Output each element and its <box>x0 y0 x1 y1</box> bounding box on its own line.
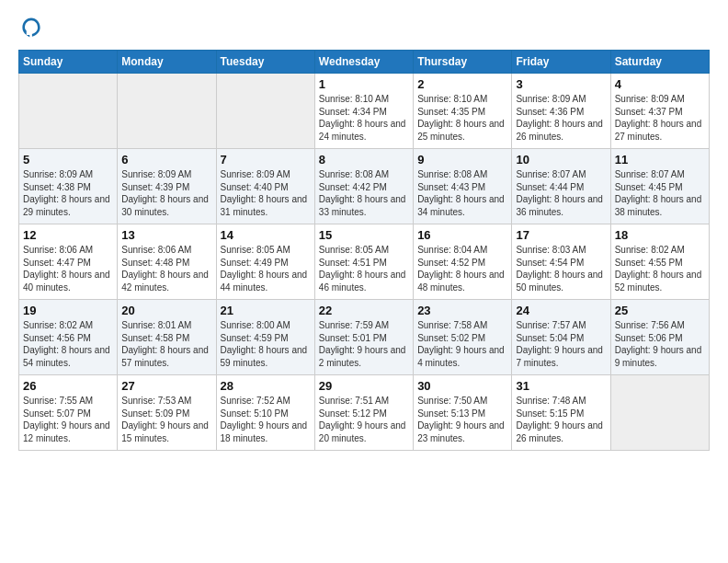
day-info: Sunrise: 8:03 AMSunset: 4:54 PMDaylight:… <box>516 244 606 293</box>
logo <box>18 15 48 40</box>
day-info: Sunrise: 8:04 AMSunset: 4:52 PMDaylight:… <box>417 244 507 293</box>
header <box>18 15 710 40</box>
day-cell: 21Sunrise: 8:00 AMSunset: 4:59 PMDayligh… <box>216 300 314 375</box>
day-info: Sunrise: 8:09 AMSunset: 4:36 PMDaylight:… <box>516 93 606 143</box>
day-number: 8 <box>319 153 409 167</box>
day-info: Sunrise: 8:07 AMSunset: 4:45 PMDaylight:… <box>615 168 705 218</box>
day-cell <box>19 74 118 149</box>
day-info: Sunrise: 8:07 AMSunset: 4:44 PMDaylight:… <box>516 168 606 218</box>
day-number: 9 <box>417 153 507 167</box>
week-row-5: 26Sunrise: 7:55 AMSunset: 5:07 PMDayligh… <box>19 375 710 451</box>
day-number: 14 <box>221 228 311 242</box>
weekday-header-monday: Monday <box>118 51 216 74</box>
day-number: 17 <box>516 228 606 242</box>
day-info: Sunrise: 8:05 AMSunset: 4:51 PMDaylight:… <box>319 244 409 293</box>
day-info: Sunrise: 8:10 AMSunset: 4:34 PMDaylight:… <box>319 93 409 143</box>
day-cell: 11Sunrise: 8:07 AMSunset: 4:45 PMDayligh… <box>610 149 709 224</box>
weekday-header-thursday: Thursday <box>414 51 512 74</box>
day-number: 18 <box>615 228 705 242</box>
week-row-4: 19Sunrise: 8:02 AMSunset: 4:56 PMDayligh… <box>19 300 710 375</box>
day-cell: 25Sunrise: 7:56 AMSunset: 5:06 PMDayligh… <box>610 300 709 375</box>
day-info: Sunrise: 8:00 AMSunset: 4:59 PMDaylight:… <box>221 319 311 369</box>
day-cell <box>118 74 216 149</box>
day-cell: 6Sunrise: 8:09 AMSunset: 4:39 PMDaylight… <box>118 149 216 224</box>
day-number: 28 <box>221 379 311 393</box>
day-cell: 27Sunrise: 7:53 AMSunset: 5:09 PMDayligh… <box>118 375 216 451</box>
day-cell: 10Sunrise: 8:07 AMSunset: 4:44 PMDayligh… <box>512 149 610 224</box>
day-number: 7 <box>221 153 311 167</box>
day-info: Sunrise: 8:05 AMSunset: 4:49 PMDaylight:… <box>221 244 311 293</box>
day-cell: 9Sunrise: 8:08 AMSunset: 4:43 PMDaylight… <box>414 149 512 224</box>
day-cell: 13Sunrise: 8:06 AMSunset: 4:48 PMDayligh… <box>118 224 216 300</box>
day-info: Sunrise: 8:09 AMSunset: 4:40 PMDaylight:… <box>221 168 311 218</box>
day-cell: 23Sunrise: 7:58 AMSunset: 5:02 PMDayligh… <box>414 300 512 375</box>
day-number: 24 <box>516 304 606 317</box>
weekday-header-tuesday: Tuesday <box>216 51 314 74</box>
day-number: 19 <box>23 304 113 317</box>
day-number: 29 <box>319 379 409 393</box>
day-cell: 26Sunrise: 7:55 AMSunset: 5:07 PMDayligh… <box>19 375 118 451</box>
day-info: Sunrise: 7:58 AMSunset: 5:02 PMDaylight:… <box>417 319 507 369</box>
weekday-header-wednesday: Wednesday <box>314 51 413 74</box>
day-number: 23 <box>417 304 507 317</box>
day-number: 22 <box>319 304 409 317</box>
day-cell: 18Sunrise: 8:02 AMSunset: 4:55 PMDayligh… <box>610 224 709 300</box>
day-cell: 24Sunrise: 7:57 AMSunset: 5:04 PMDayligh… <box>512 300 610 375</box>
day-cell: 31Sunrise: 7:48 AMSunset: 5:15 PMDayligh… <box>512 375 610 451</box>
day-info: Sunrise: 8:09 AMSunset: 4:37 PMDaylight:… <box>615 93 705 143</box>
day-number: 25 <box>615 304 705 317</box>
day-cell: 7Sunrise: 8:09 AMSunset: 4:40 PMDaylight… <box>216 149 314 224</box>
day-number: 2 <box>417 77 507 91</box>
day-number: 16 <box>417 228 507 242</box>
day-cell: 15Sunrise: 8:05 AMSunset: 4:51 PMDayligh… <box>314 224 413 300</box>
day-cell: 14Sunrise: 8:05 AMSunset: 4:49 PMDayligh… <box>216 224 314 300</box>
day-info: Sunrise: 8:02 AMSunset: 4:56 PMDaylight:… <box>23 319 113 369</box>
day-cell: 29Sunrise: 7:51 AMSunset: 5:12 PMDayligh… <box>314 375 413 451</box>
day-cell: 12Sunrise: 8:06 AMSunset: 4:47 PMDayligh… <box>19 224 118 300</box>
day-cell: 19Sunrise: 8:02 AMSunset: 4:56 PMDayligh… <box>19 300 118 375</box>
page: SundayMondayTuesdayWednesdayThursdayFrid… <box>0 0 728 563</box>
weekday-header-sunday: Sunday <box>19 51 118 74</box>
calendar: SundayMondayTuesdayWednesdayThursdayFrid… <box>18 50 710 451</box>
day-info: Sunrise: 8:01 AMSunset: 4:58 PMDaylight:… <box>121 319 211 369</box>
day-number: 21 <box>221 304 311 317</box>
weekday-header-row: SundayMondayTuesdayWednesdayThursdayFrid… <box>19 51 710 74</box>
day-cell: 28Sunrise: 7:52 AMSunset: 5:10 PMDayligh… <box>216 375 314 451</box>
day-info: Sunrise: 7:48 AMSunset: 5:15 PMDaylight:… <box>516 395 606 444</box>
day-info: Sunrise: 8:09 AMSunset: 4:39 PMDaylight:… <box>121 168 211 218</box>
day-info: Sunrise: 7:52 AMSunset: 5:10 PMDaylight:… <box>221 395 311 444</box>
weekday-header-friday: Friday <box>512 51 610 74</box>
day-number: 20 <box>121 304 211 317</box>
day-number: 1 <box>319 77 409 91</box>
day-cell: 8Sunrise: 8:08 AMSunset: 4:42 PMDaylight… <box>314 149 413 224</box>
day-number: 4 <box>615 77 705 91</box>
week-row-3: 12Sunrise: 8:06 AMSunset: 4:47 PMDayligh… <box>19 224 710 300</box>
day-cell: 3Sunrise: 8:09 AMSunset: 4:36 PMDaylight… <box>512 74 610 149</box>
day-cell <box>216 74 314 149</box>
week-row-1: 1Sunrise: 8:10 AMSunset: 4:34 PMDaylight… <box>19 74 710 149</box>
day-info: Sunrise: 7:53 AMSunset: 5:09 PMDaylight:… <box>121 395 211 444</box>
day-number: 3 <box>516 77 606 91</box>
day-info: Sunrise: 7:51 AMSunset: 5:12 PMDaylight:… <box>319 395 409 444</box>
day-info: Sunrise: 7:59 AMSunset: 5:01 PMDaylight:… <box>319 319 409 369</box>
day-info: Sunrise: 8:08 AMSunset: 4:42 PMDaylight:… <box>319 168 409 218</box>
day-number: 5 <box>23 153 113 167</box>
day-info: Sunrise: 8:02 AMSunset: 4:55 PMDaylight:… <box>615 244 705 293</box>
day-number: 13 <box>121 228 211 242</box>
day-info: Sunrise: 8:06 AMSunset: 4:47 PMDaylight:… <box>23 244 113 293</box>
day-info: Sunrise: 7:57 AMSunset: 5:04 PMDaylight:… <box>516 319 606 369</box>
logo-icon <box>18 15 44 40</box>
day-info: Sunrise: 8:08 AMSunset: 4:43 PMDaylight:… <box>417 168 507 218</box>
day-number: 12 <box>23 228 113 242</box>
day-number: 6 <box>121 153 211 167</box>
day-cell: 2Sunrise: 8:10 AMSunset: 4:35 PMDaylight… <box>414 74 512 149</box>
day-number: 26 <box>23 379 113 393</box>
day-number: 31 <box>516 379 606 393</box>
weekday-header-saturday: Saturday <box>610 51 709 74</box>
day-number: 15 <box>319 228 409 242</box>
day-info: Sunrise: 8:09 AMSunset: 4:38 PMDaylight:… <box>23 168 113 218</box>
day-info: Sunrise: 8:10 AMSunset: 4:35 PMDaylight:… <box>417 93 507 143</box>
day-info: Sunrise: 7:55 AMSunset: 5:07 PMDaylight:… <box>23 395 113 444</box>
day-cell <box>610 375 709 451</box>
day-cell: 17Sunrise: 8:03 AMSunset: 4:54 PMDayligh… <box>512 224 610 300</box>
